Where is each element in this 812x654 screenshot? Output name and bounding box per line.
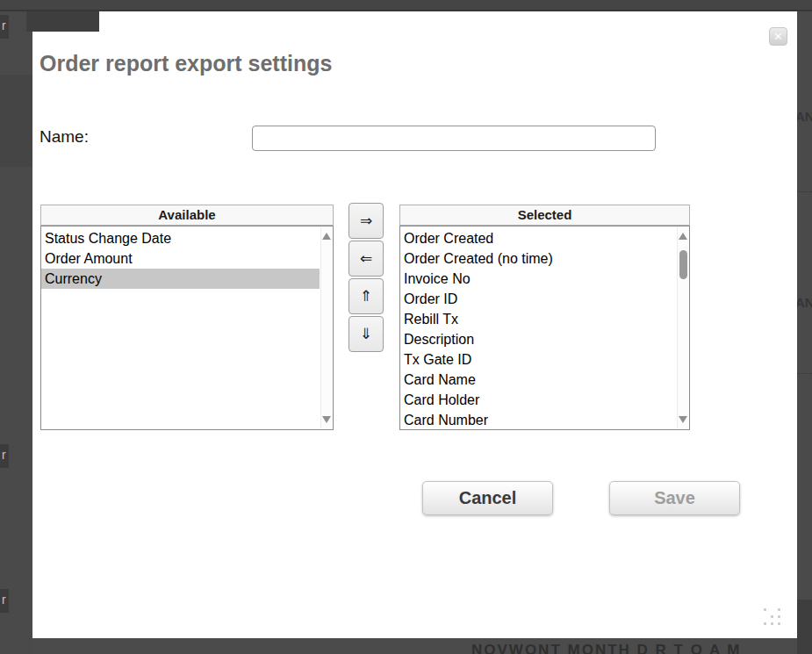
selected-scrollbar[interactable]	[677, 227, 688, 428]
dimmed-row-band	[0, 75, 32, 167]
dimmed-dark-block	[797, 600, 812, 654]
scrollbar-thumb[interactable]	[679, 250, 687, 279]
list-item[interactable]: Order Amount	[41, 248, 320, 269]
dimmed-divider	[797, 373, 812, 374]
clipped-heading-text: NOVWONT MONTH D R T O A M	[471, 642, 742, 654]
clipped-text: r	[2, 18, 6, 32]
cancel-button[interactable]: Cancel	[422, 481, 553, 515]
list-item[interactable]: Invoice No	[400, 269, 676, 289]
list-item[interactable]: Tx Gate ID	[400, 349, 676, 370]
move-right-button[interactable]: ⇒	[349, 203, 384, 239]
list-item[interactable]: Order Created	[400, 228, 676, 248]
clipped-text: r	[2, 448, 6, 462]
list-item[interactable]: Card Name	[400, 370, 676, 390]
dimmed-page-top-divider	[0, 10, 812, 11]
clipped-text: r	[2, 593, 6, 607]
scroll-up-icon[interactable]	[679, 233, 687, 240]
list-item[interactable]: Description	[400, 329, 676, 349]
dimmed-page-left-edge: r r r	[0, 0, 32, 654]
name-input[interactable]	[252, 126, 656, 151]
move-left-button[interactable]: ⇐	[349, 241, 384, 277]
dimmed-button-fragment: r	[0, 15, 9, 39]
available-list-header: Available	[40, 205, 334, 226]
list-item[interactable]: Order ID	[400, 289, 676, 309]
scroll-down-icon[interactable]	[679, 416, 687, 423]
name-label: Name:	[40, 127, 89, 147]
list-item[interactable]: Card Holder	[400, 390, 676, 410]
list-item[interactable]: Status Change Date	[41, 228, 320, 248]
dimmed-divider	[797, 191, 812, 192]
dimmed-page-right-edge: AN AN	[797, 0, 812, 654]
resize-grip-icon[interactable]	[764, 608, 788, 628]
dimmed-button-fragment: r	[0, 589, 9, 613]
available-scrollbar[interactable]	[320, 227, 332, 428]
dimmed-page-tab	[26, 11, 99, 32]
dimmed-page-bottom-edge: NOVWONT MONTH D R T O A M	[32, 638, 797, 654]
list-item[interactable]: Card Number	[400, 410, 676, 430]
dimmed-button-fragment: r	[0, 444, 9, 468]
scroll-up-icon[interactable]	[322, 233, 331, 240]
list-item[interactable]: Order Created (no time)	[400, 248, 676, 269]
dimmed-page-top-bar	[0, 0, 812, 10]
dialog-title: Order report export settings	[40, 51, 332, 76]
save-button[interactable]: Save	[609, 481, 740, 515]
scroll-down-icon[interactable]	[322, 416, 331, 423]
list-item[interactable]: Rebill Tx	[400, 309, 676, 329]
selected-listbox[interactable]: Order CreatedOrder Created (no time)Invo…	[399, 226, 690, 430]
available-listbox[interactable]: Status Change DateOrder AmountCurrency	[40, 226, 334, 430]
clipped-text: AN	[797, 295, 812, 310]
close-icon[interactable]: ✕	[769, 27, 787, 46]
move-down-button[interactable]: ⇓	[349, 316, 384, 352]
move-up-button[interactable]: ⇑	[349, 278, 384, 314]
list-item[interactable]: Currency	[41, 269, 320, 289]
selected-list-header: Selected	[399, 205, 690, 226]
clipped-text: AN	[797, 109, 812, 124]
